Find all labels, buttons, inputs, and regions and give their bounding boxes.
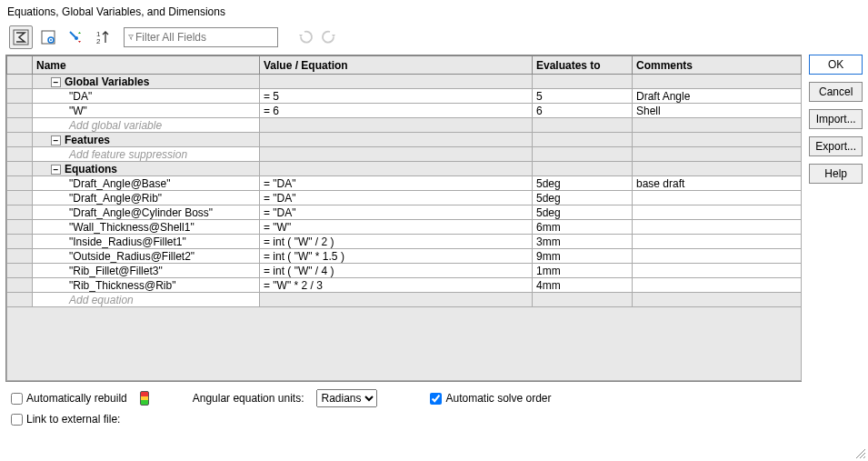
row-header[interactable] [7, 264, 33, 278]
row-header[interactable] [7, 75, 33, 89]
eq-value-2[interactable]: = "DA" [260, 205, 533, 220]
eq-name-2[interactable]: "Draft_Angle@Cylinder Boss" [33, 205, 260, 220]
table-empty-area [6, 307, 802, 381]
gv-comment-1[interactable]: Shell [633, 104, 802, 118]
collapse-icon[interactable]: − [51, 135, 61, 145]
traffic-light-icon [140, 391, 149, 406]
angular-units-select[interactable]: Radians [316, 389, 377, 407]
eq-value-1[interactable]: = "DA" [260, 191, 533, 205]
row-header[interactable] [7, 104, 33, 118]
gv-add-placeholder[interactable]: Add global variable [33, 118, 260, 133]
button-panel: OK Cancel Import... Export... Help [809, 22, 863, 431]
angular-units-label: Angular equation units: [193, 392, 304, 405]
row-header[interactable] [7, 147, 33, 162]
col-value[interactable]: Value / Equation [260, 56, 533, 75]
eq-value-6[interactable]: = int ( "W" / 4 ) [260, 264, 533, 278]
gv-value-1[interactable]: = 6 [260, 104, 533, 118]
eq-value-0[interactable]: = "DA" [260, 176, 533, 191]
eq-eval-6: 1mm [533, 264, 633, 278]
eq-value-4[interactable]: = int ( "W" / 2 ) [260, 235, 533, 249]
eq-eval-3: 6mm [533, 220, 633, 235]
eq-eval-1: 5deg [533, 191, 633, 205]
auto-solve-checkbox[interactable]: Automatic solve order [430, 392, 551, 405]
eq-eval-5: 9mm [533, 249, 633, 264]
row-header[interactable] [7, 293, 33, 307]
auto-rebuild-checkbox[interactable]: Automatically rebuild [11, 392, 127, 405]
gv-name-1[interactable]: "W" [33, 104, 260, 118]
eq-name-5[interactable]: "Outside_Radius@Fillet2" [33, 249, 260, 264]
sigma-view-icon[interactable] [9, 25, 33, 49]
feat-add-placeholder[interactable]: Add feature suppression [33, 147, 260, 162]
eq-eval-4: 3mm [533, 235, 633, 249]
cancel-button[interactable]: Cancel [809, 82, 863, 102]
row-header[interactable] [7, 89, 33, 104]
row-header[interactable] [7, 191, 33, 205]
eq-value-7[interactable]: = "W" * 2 / 3 [260, 278, 533, 293]
gv-eval-1: 6 [533, 104, 633, 118]
collapse-icon[interactable]: − [51, 77, 61, 87]
eq-comment-1[interactable] [633, 191, 802, 205]
eq-add-placeholder[interactable]: Add equation [33, 293, 260, 307]
row-header[interactable] [7, 220, 33, 235]
section-features[interactable]: −Features [33, 133, 260, 147]
col-evaluates[interactable]: Evaluates to [533, 56, 633, 75]
row-header[interactable] [7, 162, 33, 176]
dimension-view-icon[interactable] [36, 25, 60, 49]
undo-icon[interactable] [298, 29, 314, 46]
col-comments[interactable]: Comments [633, 56, 802, 75]
ok-button[interactable]: OK [809, 55, 863, 75]
gv-eval-0: 5 [533, 89, 633, 104]
row-header[interactable] [7, 118, 33, 133]
redo-icon[interactable] [320, 29, 336, 46]
col-rowhead [7, 56, 33, 75]
eq-name-3[interactable]: "Wall_Thickness@Shell1" [33, 220, 260, 235]
footer: Automatically rebuild Angular equation u… [5, 382, 802, 431]
eq-comment-7[interactable] [633, 278, 802, 293]
resize-grip-icon[interactable] [853, 446, 866, 459]
link-external-checkbox[interactable]: Link to external file: [11, 413, 120, 426]
eq-name-4[interactable]: "Inside_Radius@Fillet1" [33, 235, 260, 249]
gv-name-0[interactable]: "DA" [33, 89, 260, 104]
row-header[interactable] [7, 133, 33, 147]
eq-name-0[interactable]: "Draft_Angle@Base" [33, 176, 260, 191]
eq-comment-2[interactable] [633, 205, 802, 220]
row-header[interactable] [7, 176, 33, 191]
toolbar: 12 [5, 22, 802, 55]
eq-value-5[interactable]: = int ( "W" * 1.5 ) [260, 249, 533, 264]
svg-point-4 [75, 36, 78, 40]
row-header[interactable] [7, 205, 33, 220]
svg-point-3 [50, 39, 52, 41]
ordered-view-icon[interactable] [64, 25, 87, 49]
eq-eval-2: 5deg [533, 205, 633, 220]
gv-value-0[interactable]: = 5 [260, 89, 533, 104]
eq-name-1[interactable]: "Draft_Angle@Rib" [33, 191, 260, 205]
help-button[interactable]: Help [809, 164, 863, 184]
eq-name-7[interactable]: "Rib_Thickness@Rib" [33, 278, 260, 293]
col-name[interactable]: Name [33, 56, 260, 75]
equations-table: Name Value / Equation Evaluates to Comme… [5, 55, 802, 382]
sort-icon[interactable]: 12 [91, 25, 115, 49]
eq-eval-7: 4mm [533, 278, 633, 293]
collapse-icon[interactable]: − [51, 165, 61, 175]
import-button[interactable]: Import... [809, 109, 863, 129]
eq-eval-0: 5deg [533, 176, 633, 191]
row-header[interactable] [7, 235, 33, 249]
export-button[interactable]: Export... [809, 136, 863, 156]
eq-comment-6[interactable] [633, 264, 802, 278]
eq-comment-5[interactable] [633, 249, 802, 264]
section-equations[interactable]: −Equations [33, 162, 260, 176]
row-header[interactable] [7, 278, 33, 293]
svg-line-9 [863, 456, 865, 458]
dialog-title: Equations, Global Variables, and Dimensi… [0, 0, 868, 22]
eq-value-3[interactable]: = "W" [260, 220, 533, 235]
eq-comment-0[interactable]: base draft [633, 176, 802, 191]
svg-text:2: 2 [96, 37, 101, 45]
eq-name-6[interactable]: "Rib_Fillet@Fillet3" [33, 264, 260, 278]
gv-comment-0[interactable]: Draft Angle [633, 89, 802, 104]
eq-comment-3[interactable] [633, 220, 802, 235]
filter-input[interactable] [134, 30, 274, 45]
section-global-variables[interactable]: −Global Variables [33, 75, 260, 89]
eq-comment-4[interactable] [633, 235, 802, 249]
row-header[interactable] [7, 249, 33, 264]
filter-input-wrap[interactable] [124, 27, 278, 47]
